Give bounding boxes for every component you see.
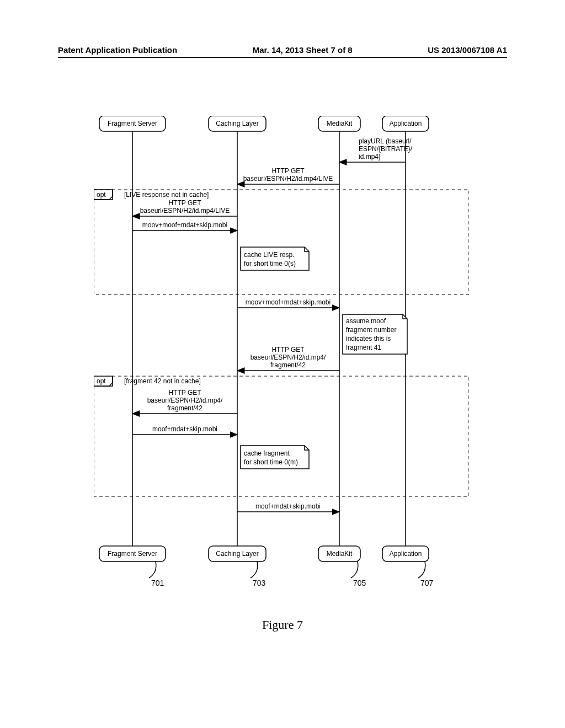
svg-rect-20 [94,190,469,295]
svg-text:Caching Layer: Caching Layer [216,120,258,127]
svg-text:fragment 41: fragment 41 [346,344,381,351]
svg-text:Application: Application [390,120,422,127]
participant-mediakit-bottom: MediaKit [318,546,360,561]
svg-text:fragment/42: fragment/42 [167,404,202,412]
svg-text:cache LIVE resp.: cache LIVE resp. [244,251,294,259]
svg-text:moof+mdat+skip.mobi: moof+mdat+skip.mobi [152,425,217,433]
header-right: US 2013/0067108 A1 [428,45,507,55]
svg-text:fragment/42: fragment/42 [270,361,306,369]
participant-caching-layer-bottom: Caching Layer [209,546,266,561]
svg-text:MediaKit: MediaKit [327,550,353,558]
participant-fragment-server-top: Fragment Server [99,116,166,131]
svg-text:HTTP GET: HTTP GET [271,346,305,354]
svg-text:707: 707 [420,579,434,587]
msg-moof-to-cache: moof+mdat+skip.mobi [132,425,237,435]
svg-text:opt: opt [97,191,106,199]
svg-text:cache fragment: cache fragment [244,449,290,457]
reference-707: 707 [418,561,434,587]
header-left: Patent Application Publication [58,45,177,55]
participant-application-bottom: Application [382,546,429,561]
note-cache-fragment: cache fragment for short time 0(m) [241,446,309,469]
reference-701: 701 [149,561,164,587]
reference-703: 703 [250,561,266,587]
svg-text:baseurl/ESPN/H2/id.mp4/: baseurl/ESPN/H2/id.mp4/ [147,397,223,404]
page-header: Patent Application Publication Mar. 14, … [58,45,507,58]
svg-text:ESPN/{BITRATE}/: ESPN/{BITRATE}/ [359,145,413,153]
svg-text:moov+moof+mdat+skip.mobi: moov+moof+mdat+skip.mobi [142,221,227,229]
svg-text:opt: opt [97,377,106,385]
svg-text:playURL (baseurl/: playURL (baseurl/ [359,137,412,145]
svg-text:HTTP GET: HTTP GET [168,389,201,397]
svg-text:HTTP GET: HTTP GET [271,167,305,175]
participant-fragment-server-bottom: Fragment Server [99,546,166,561]
svg-text:fragment number: fragment number [346,326,396,334]
opt-block-fragment-not-in-cache: opt [fragment 42 not in cache] [94,376,469,496]
svg-text:for short time 0(s): for short time 0(s) [244,260,296,267]
svg-text:for short time 0(m): for short time 0(m) [244,458,298,466]
participant-application-top: Application [382,116,429,131]
note-cache-live: cache LIVE resp. for short time 0(s) [241,247,309,270]
msg-get-42-cache: HTTP GET baseurl/ESPN/H2/id.mp4/ fragmen… [132,389,237,414]
msg-playurl: playURL (baseurl/ ESPN/{BITRATE}/ id.mp4… [339,137,413,162]
svg-text:MediaKit: MediaKit [327,120,353,127]
svg-text:moof+mdat+skip.mobi: moof+mdat+skip.mobi [255,502,321,510]
svg-text:Fragment Server: Fragment Server [108,120,157,127]
svg-text:Application: Application [390,550,422,558]
svg-text:baseurl/ESPN/H2/id.mp4/LIVE: baseurl/ESPN/H2/id.mp4/LIVE [243,175,333,183]
reference-705: 705 [351,561,366,587]
svg-text:701: 701 [151,579,164,587]
svg-text:assume moof: assume moof [346,317,386,325]
svg-text:703: 703 [253,579,266,587]
svg-rect-41 [94,376,469,496]
svg-text:705: 705 [353,579,366,587]
header-center: Mar. 14, 2013 Sheet 7 of 8 [253,45,353,55]
svg-text:baseurl/ESPN/H2/id.mp4/LIVE: baseurl/ESPN/H2/id.mp4/LIVE [140,207,230,215]
svg-text:[fragment 42 not in cache]: [fragment 42 not in cache] [124,377,201,385]
note-assume-moof: assume moof fragment number indicates th… [343,314,407,354]
svg-text:baseurl/ESPN/H2/id.mp4/: baseurl/ESPN/H2/id.mp4/ [250,354,326,361]
msg-moov-to-mediakit: moov+moof+mdat+skip.mobi [237,298,339,308]
figure-caption: Figure 7 [0,618,565,632]
svg-text:indicates this is: indicates this is [346,335,391,342]
svg-text:[LIVE response not in cache]: [LIVE response not in cache] [124,191,209,199]
svg-text:id.mp4}: id.mp4} [359,153,381,160]
msg-get-live-mediakit: HTTP GET baseurl/ESPN/H2/id.mp4/LIVE [237,167,339,184]
svg-text:Caching Layer: Caching Layer [216,550,258,558]
msg-moov-to-cache: moov+moof+mdat+skip.mobi [132,221,237,231]
msg-get-live-cache: HTTP GET baseurl/ESPN/H2/id.mp4/LIVE [132,199,237,216]
svg-text:HTTP GET: HTTP GET [168,199,201,207]
opt-block-live-not-in-cache: opt [LIVE response not in cache] [94,190,469,295]
participant-caching-layer-top: Caching Layer [209,116,266,131]
msg-get-42-mediakit: HTTP GET baseurl/ESPN/H2/id.mp4/ fragmen… [237,346,339,371]
msg-moof-to-mediakit: moof+mdat+skip.mobi [237,502,339,512]
svg-text:Fragment Server: Fragment Server [108,550,157,558]
svg-text:moov+moof+mdat+skip.mobi: moov+moof+mdat+skip.mobi [246,298,331,306]
sequence-diagram: Fragment Server Caching Layer MediaKit A… [94,116,469,596]
participant-mediakit-top: MediaKit [318,116,360,131]
